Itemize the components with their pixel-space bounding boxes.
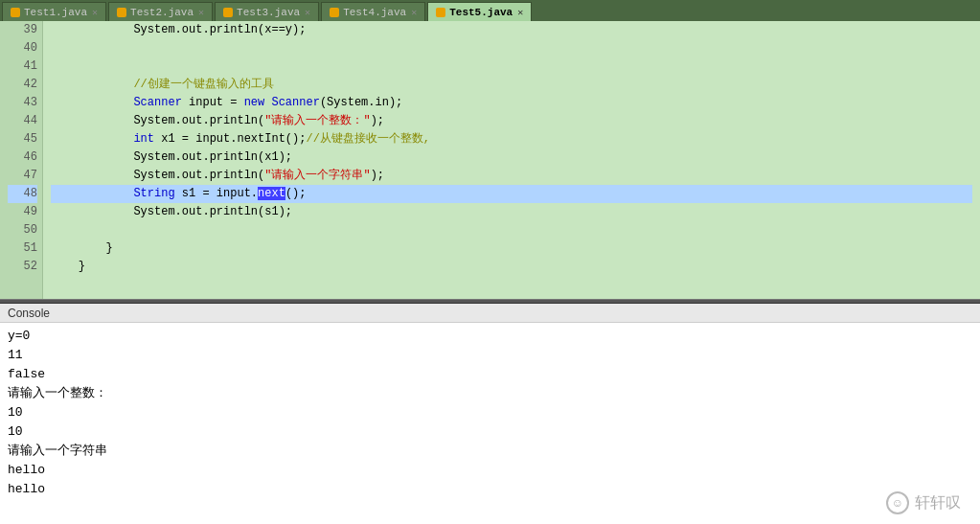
line-number: 48 xyxy=(8,185,37,203)
selected-text: next xyxy=(258,187,285,200)
console-output: y=011false请输入一个整数：1010请输入一个字符串hellohello… xyxy=(0,323,980,524)
code-line: } xyxy=(51,239,972,258)
line-number: 41 xyxy=(8,57,37,76)
line-number: 49 xyxy=(8,203,37,221)
editor-area: 3940414243444546474849505152 System.out.… xyxy=(0,21,980,299)
console-line: 10 xyxy=(8,422,972,442)
code-line: int x1 = input.nextInt();//从键盘接收一个整数, xyxy=(51,130,972,148)
code-content: System.out.println(x==y); //创建一个键盘输入的工具 … xyxy=(43,21,980,299)
tab-label: Test3.java xyxy=(237,7,300,18)
line-number: 50 xyxy=(8,221,37,239)
console-line: false xyxy=(8,365,972,384)
watermark-text: 轩轩叹 xyxy=(915,493,961,513)
line-number: 43 xyxy=(8,94,37,112)
tab-icon xyxy=(223,8,233,17)
keyword: Scanner xyxy=(133,96,181,109)
console-title: Console xyxy=(8,307,50,320)
tab-icon xyxy=(436,8,445,17)
code-line: System.out.println(s1); xyxy=(51,203,972,221)
tab-Test4-java[interactable]: Test4.java✕ xyxy=(321,2,425,21)
watermark-icon: ☺ xyxy=(886,491,909,514)
tab-icon xyxy=(11,8,20,17)
code-line: System.out.println(x1); xyxy=(51,148,972,167)
code-line xyxy=(51,39,972,57)
code-line: System.out.println("请输入一个字符串"); xyxy=(51,167,972,185)
tab-Test1-java[interactable]: Test1.java✕ xyxy=(2,2,106,21)
keyword: new xyxy=(244,96,265,109)
code-line xyxy=(51,221,972,239)
tab-Test5-java[interactable]: Test5.java✕ xyxy=(427,2,532,21)
line-number: 51 xyxy=(8,239,37,258)
console-line: hello xyxy=(8,461,972,480)
line-number: 39 xyxy=(8,21,37,39)
console-line: y=0 xyxy=(8,327,972,346)
line-numbers: 3940414243444546474849505152 xyxy=(0,21,43,299)
keyword: int xyxy=(133,132,154,146)
close-icon[interactable]: ✕ xyxy=(92,7,98,18)
code-container: 3940414243444546474849505152 System.out.… xyxy=(0,21,980,299)
tab-label: Test4.java xyxy=(343,7,406,18)
close-icon[interactable]: ✕ xyxy=(198,7,204,18)
keyword: Scanner xyxy=(271,96,319,109)
code-line xyxy=(51,57,972,76)
code-line: Scanner input = new Scanner(System.in); xyxy=(51,94,972,112)
console-line: 请输入一个字符串 xyxy=(8,442,972,461)
line-number: 40 xyxy=(8,39,37,57)
line-number: 47 xyxy=(8,167,37,185)
watermark-emoji: ☺ xyxy=(892,493,903,513)
watermark: ☺ 轩轩叹 xyxy=(886,491,961,514)
line-number: 42 xyxy=(8,76,37,94)
tab-bar: Test1.java✕Test2.java✕Test3.java✕Test4.j… xyxy=(0,0,980,21)
line-number: 46 xyxy=(8,148,37,167)
console-header: Console xyxy=(0,304,980,323)
inline-comment: //从键盘接收一个整数, xyxy=(306,132,430,146)
code-line: System.out.println("请输入一个整数："); xyxy=(51,112,972,130)
code-line: //创建一个键盘输入的工具 xyxy=(51,76,972,94)
line-number: 44 xyxy=(8,112,37,130)
code-line: System.out.println(x==y); xyxy=(51,21,972,39)
line-number: 52 xyxy=(8,258,37,276)
tab-label: Test1.java xyxy=(24,7,87,18)
close-icon[interactable]: ✕ xyxy=(517,7,523,18)
close-icon[interactable]: ✕ xyxy=(305,7,310,18)
tab-label: Test2.java xyxy=(130,7,194,18)
line-number: 45 xyxy=(8,130,37,148)
console-line: 请输入一个整数： xyxy=(8,384,972,403)
tab-icon xyxy=(330,8,339,17)
string-literal: "请输入一个字符串" xyxy=(264,169,370,182)
tab-Test2-java[interactable]: Test2.java✕ xyxy=(108,2,213,21)
comment-text: //创建一个键盘输入的工具 xyxy=(51,78,274,91)
console-line: hello xyxy=(8,480,972,499)
keyword: String xyxy=(133,187,174,200)
console-line: 11 xyxy=(8,346,972,365)
code-line: String s1 = input.next(); xyxy=(51,185,972,203)
tab-Test3-java[interactable]: Test3.java✕ xyxy=(215,2,319,21)
tab-label: Test5.java xyxy=(449,7,513,18)
tab-icon xyxy=(117,8,126,17)
code-line: } xyxy=(51,258,972,276)
string-literal: "请输入一个整数：" xyxy=(264,114,370,127)
close-icon[interactable]: ✕ xyxy=(411,7,417,18)
console-line: 10 xyxy=(8,403,972,422)
console-area: Console y=011false请输入一个整数：1010请输入一个字符串he… xyxy=(0,304,980,524)
